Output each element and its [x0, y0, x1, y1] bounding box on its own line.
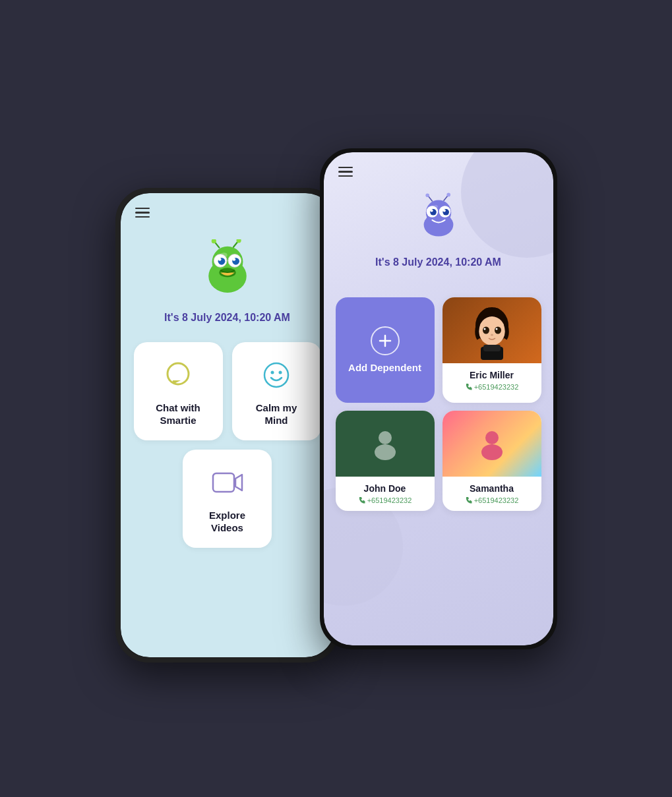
svg-rect-20 [213, 473, 234, 492]
top-cards: Chat withSmartie Calm myMind [134, 342, 321, 440]
dependents-grid: Add Dependent [336, 297, 541, 511]
hamburger-menu-2[interactable] [338, 167, 353, 177]
john-info: John Doe +6519423232 [353, 477, 417, 511]
explore-videos-card[interactable]: ExploreVideos [183, 450, 272, 548]
svg-point-17 [264, 363, 288, 387]
svg-point-25 [425, 193, 429, 197]
hamburger-menu-1[interactable] [135, 208, 150, 218]
svg-point-46 [375, 444, 396, 460]
chat-label: Chat withSmartie [156, 401, 200, 427]
calm-mind-card[interactable]: Calm myMind [232, 342, 321, 440]
svg-point-41 [495, 328, 497, 330]
svg-point-38 [483, 326, 489, 334]
chat-smartie-card[interactable]: Chat withSmartie [134, 342, 223, 440]
video-icon [210, 465, 245, 500]
svg-point-32 [430, 209, 433, 212]
eric-avatar [443, 297, 541, 363]
samantha-name: Samantha [465, 483, 519, 494]
svg-point-37 [479, 316, 505, 345]
eric-phone: +6519423232 [465, 383, 519, 391]
add-dependent-card[interactable]: Add Dependent [336, 297, 435, 403]
eric-info: Eric Miller +6519423232 [460, 363, 524, 398]
phone-2-screen: It's 8 July 2024, 10:20 AM Add Dependent [324, 152, 553, 645]
dependent-eric[interactable]: Eric Miller +6519423232 [443, 297, 541, 403]
phone-2: It's 8 July 2024, 10:20 AM Add Dependent [320, 148, 557, 649]
videos-label: ExploreVideos [209, 509, 245, 535]
datetime-2: It's 8 July 2024, 10:20 AM [375, 256, 501, 268]
dependent-samantha[interactable]: Samantha +6519423232 [443, 411, 541, 511]
svg-point-33 [443, 209, 445, 212]
svg-point-47 [485, 431, 499, 444]
svg-point-13 [218, 258, 222, 261]
svg-point-18 [271, 370, 274, 374]
add-icon [371, 326, 400, 355]
add-dependent-label: Add Dependent [348, 362, 421, 373]
scene: It's 8 July 2024, 10:20 AM Chat withSmar… [0, 0, 672, 797]
svg-point-27 [446, 192, 450, 196]
datetime-1: It's 8 July 2024, 10:20 AM [164, 312, 290, 324]
mascot-purple [412, 191, 465, 246]
phone-1: It's 8 July 2024, 10:20 AM Chat withSmar… [115, 188, 340, 663]
calm-label: Calm myMind [256, 401, 297, 427]
svg-point-19 [279, 370, 282, 374]
svg-rect-44 [483, 345, 501, 351]
samantha-avatar [443, 411, 541, 477]
calm-icon [259, 358, 293, 392]
samantha-phone: +6519423232 [465, 496, 519, 504]
svg-point-14 [232, 258, 235, 261]
svg-point-39 [495, 326, 501, 334]
svg-point-40 [483, 328, 485, 330]
svg-point-48 [481, 444, 503, 460]
svg-point-45 [379, 431, 392, 444]
svg-point-42 [491, 334, 493, 336]
mascot-green [198, 239, 257, 301]
chat-icon [161, 358, 195, 392]
phone-1-screen: It's 8 July 2024, 10:20 AM Chat withSmar… [121, 193, 334, 657]
eric-name: Eric Miller [465, 370, 519, 380]
dependent-john[interactable]: John Doe +6519423232 [336, 411, 435, 511]
john-avatar [336, 411, 435, 477]
john-phone: +6519423232 [358, 496, 412, 504]
samantha-info: Samantha +6519423232 [460, 477, 524, 511]
john-name: John Doe [358, 483, 412, 494]
